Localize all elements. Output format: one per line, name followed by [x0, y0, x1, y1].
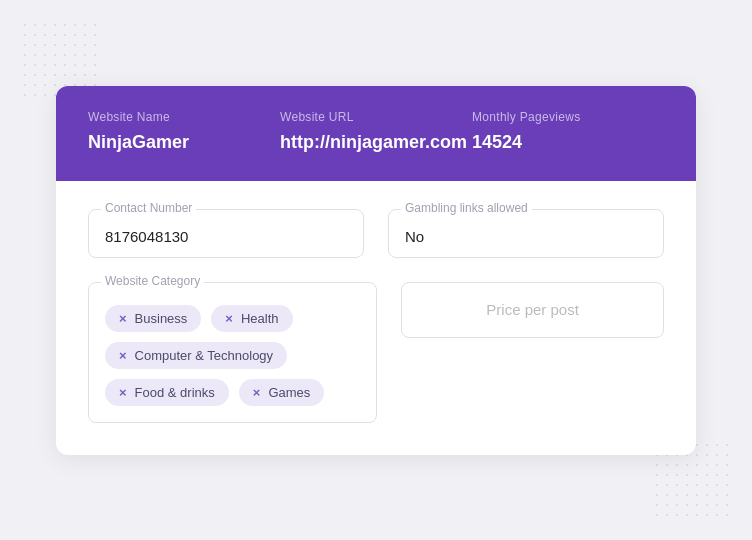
- price-col: Price per post: [401, 282, 664, 338]
- row-contact-gambling: Contact Number 8176048130 Gambling links…: [88, 209, 664, 258]
- tag-close-icon[interactable]: ×: [119, 312, 127, 325]
- tag-label: Business: [135, 311, 188, 326]
- website-url-field: Website URL http://ninjagamer.com: [280, 110, 472, 153]
- tag-close-icon[interactable]: ×: [119, 349, 127, 362]
- category-tag-tag-health[interactable]: ×Health: [211, 305, 292, 332]
- categories-col: Website Category ×Business×Health×Comput…: [88, 282, 377, 423]
- tag-label: Computer & Technology: [135, 348, 274, 363]
- gambling-label: Gambling links allowed: [401, 201, 532, 215]
- price-placeholder: Price per post: [486, 301, 579, 318]
- category-tag-tag-games[interactable]: ×Games: [239, 379, 325, 406]
- website-name-value: NinjaGamer: [88, 132, 280, 153]
- card-body: Contact Number 8176048130 Gambling links…: [56, 181, 696, 455]
- category-tag-tag-business[interactable]: ×Business: [105, 305, 201, 332]
- website-name-field: Website Name NinjaGamer: [88, 110, 280, 153]
- monthly-pageviews-value: 14524: [472, 132, 664, 153]
- main-card: Website Name NinjaGamer Website URL http…: [56, 86, 696, 455]
- tag-close-icon[interactable]: ×: [119, 386, 127, 399]
- price-field-box[interactable]: Price per post: [401, 282, 664, 338]
- monthly-pageviews-field: Monthly Pageviews 14524: [472, 110, 664, 153]
- gambling-field-box: Gambling links allowed No: [388, 209, 664, 258]
- gambling-value: No: [405, 228, 647, 245]
- category-tag-tag-computer[interactable]: ×Computer & Technology: [105, 342, 287, 369]
- tag-label: Food & drinks: [135, 385, 215, 400]
- category-field-box: Website Category ×Business×Health×Comput…: [88, 282, 377, 423]
- website-name-label: Website Name: [88, 110, 280, 124]
- contact-value: 8176048130: [105, 228, 347, 245]
- category-tag-tag-food[interactable]: ×Food & drinks: [105, 379, 229, 406]
- contact-label: Contact Number: [101, 201, 196, 215]
- monthly-pageviews-label: Monthly Pageviews: [472, 110, 664, 124]
- tag-close-icon[interactable]: ×: [253, 386, 261, 399]
- tag-close-icon[interactable]: ×: [225, 312, 233, 325]
- gambling-field-group: Gambling links allowed No: [388, 209, 664, 258]
- contact-field-group: Contact Number 8176048130: [88, 209, 364, 258]
- page-wrapper: Website Name NinjaGamer Website URL http…: [0, 0, 752, 540]
- tag-label: Health: [241, 311, 279, 326]
- card-header: Website Name NinjaGamer Website URL http…: [56, 86, 696, 181]
- website-url-value: http://ninjagamer.com: [280, 132, 472, 153]
- website-url-label: Website URL: [280, 110, 472, 124]
- category-label: Website Category: [101, 274, 204, 288]
- tags-container: ×Business×Health×Computer & Technology×F…: [105, 305, 360, 406]
- row-categories-price: Website Category ×Business×Health×Comput…: [88, 282, 664, 423]
- contact-field-box: Contact Number 8176048130: [88, 209, 364, 258]
- tag-label: Games: [268, 385, 310, 400]
